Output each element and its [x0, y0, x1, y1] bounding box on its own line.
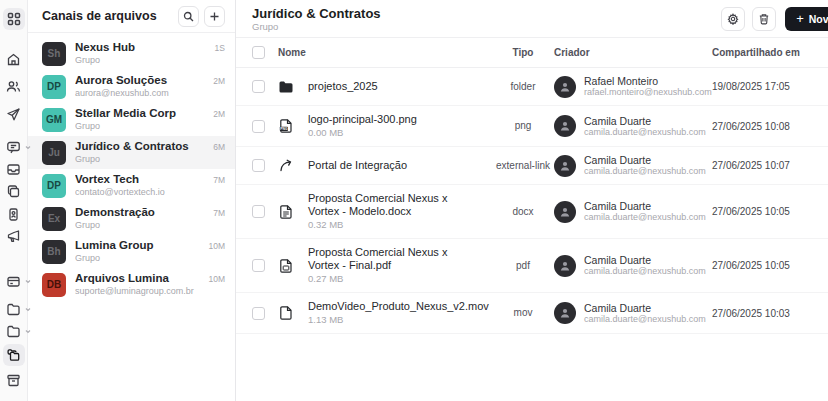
channel-item-stellar-media[interactable]: GM Stellar Media CorpGrupo 2M: [28, 103, 235, 136]
channel-item-vortex-tech[interactable]: DP Vortex Techcontato@vortextech.io 7M: [28, 169, 235, 202]
table-row[interactable]: DemoVideo_Produto_Nexus_v2.mov 1.13 MB m…: [236, 293, 828, 334]
row-menu-button[interactable]: •••: [808, 161, 828, 171]
creator-cell: Camila Duartecamila.duarte@nexushub.com: [554, 115, 712, 138]
apps-grid-icon[interactable]: [3, 8, 25, 30]
svg-text:PNG: PNG: [280, 127, 288, 131]
settings-button[interactable]: [721, 7, 745, 31]
wallet-card-icon[interactable]: [3, 270, 25, 292]
file-name: logo-principal-300.png: [308, 113, 478, 126]
shared-date: 27/06/2025 10:08: [712, 121, 808, 132]
shared-date: 27/06/2025 10:03: [712, 308, 808, 319]
shared-date: 27/06/2025 10:07: [712, 160, 808, 171]
channel-time-badge: 6M: [207, 142, 225, 152]
pdf-file-icon: [278, 258, 308, 274]
channel-time-badge: 7M: [207, 208, 225, 218]
channel-avatar: Ju: [42, 141, 66, 165]
creator-email: camila.duarte@nexushub.com: [584, 314, 706, 325]
creator-avatar-icon: [554, 255, 576, 277]
row-menu-button[interactable]: •••: [808, 207, 828, 217]
file-type: mov: [492, 307, 554, 319]
megaphone-icon[interactable]: [3, 225, 25, 247]
chat-icon[interactable]: [3, 136, 25, 158]
row-checkbox[interactable]: [252, 120, 265, 133]
row-menu-button[interactable]: •••: [808, 308, 828, 318]
new-item-button-label: Novo: [809, 13, 828, 25]
channel-time-badge: 10M: [202, 241, 225, 251]
folder-2-icon[interactable]: [3, 320, 25, 342]
select-all-checkbox[interactable]: [252, 46, 265, 59]
creator-name: Camila Duarte: [584, 154, 706, 166]
add-channel-button[interactable]: [204, 6, 225, 27]
table-row[interactable]: Proposta Comercial Nexus x Vortex - Fina…: [236, 239, 828, 293]
channel-item-aurora-solucoes[interactable]: DP Aurora Soluçõesaurora@nexushub.com 2M: [28, 70, 235, 103]
mov-file-icon: [278, 305, 308, 321]
creator-name: Camila Duarte: [584, 254, 706, 266]
id-badge-icon[interactable]: [3, 203, 25, 225]
row-checkbox[interactable]: [252, 259, 265, 272]
row-menu-button[interactable]: •••: [808, 82, 828, 92]
page-subtitle: Grupo: [252, 21, 714, 32]
channel-avatar: Ex: [42, 207, 66, 231]
shared-date: 27/06/2025 10:05: [712, 260, 808, 271]
file-type: docx: [492, 206, 554, 218]
file-name: DemoVideo_Produto_Nexus_v2.mov: [308, 300, 478, 313]
search-channels-button[interactable]: [178, 6, 199, 27]
creator-email: camila.duarte@nexushub.com: [584, 127, 706, 138]
channel-subtitle: Grupo: [75, 253, 202, 264]
folder-icon[interactable]: [3, 298, 25, 320]
creator-cell: Camila Duartecamila.duarte@nexushub.com: [554, 154, 712, 177]
row-menu-button[interactable]: •••: [808, 261, 828, 271]
column-header-tipo: Tipo: [492, 47, 554, 58]
row-checkbox[interactable]: [252, 307, 265, 320]
file-name: projetos_2025: [308, 80, 478, 93]
file-size: 0.32 MB: [308, 219, 478, 231]
delete-button[interactable]: [752, 7, 776, 31]
creator-avatar-icon: [554, 76, 576, 98]
channel-avatar: GM: [42, 108, 66, 132]
table-header: Nome Tipo Criador Compartilhado em: [236, 38, 828, 68]
shared-date: 19/08/2025 17:05: [712, 81, 808, 92]
channel-subtitle: Grupo: [75, 154, 207, 165]
channel-item-demonstracao[interactable]: Ex DemonstraçãoGrupo 7M: [28, 202, 235, 235]
channel-item-juridico-contratos[interactable]: Ju Jurídico & ContratosGrupo 6M: [28, 136, 235, 169]
inbox-icon[interactable]: [3, 158, 25, 180]
creator-cell: Camila Duartecamila.duarte@nexushub.com: [554, 254, 712, 277]
channel-item-lumina-group[interactable]: Bh Lumina GroupGrupo 10M: [28, 235, 235, 268]
send-icon[interactable]: [3, 103, 25, 125]
trash-icon: [758, 13, 770, 25]
channel-item-arquivos-lumina[interactable]: DB Arquivos Luminasuporte@luminagroup.co…: [28, 268, 235, 301]
channel-name: Stellar Media Corp: [75, 107, 207, 120]
table-row[interactable]: Portal de Integração external-link Camil…: [236, 147, 828, 185]
channel-time-badge: 2M: [207, 109, 225, 119]
channel-name: Nexus Hub: [75, 41, 209, 54]
creator-avatar-icon: [554, 201, 576, 223]
file-type: folder: [492, 81, 554, 93]
channel-item-nexus-hub[interactable]: Sh Nexus HubGrupo 1S: [28, 37, 235, 70]
folder-icon: [278, 79, 308, 95]
users-icon[interactable]: [3, 75, 25, 97]
copy-pages-icon[interactable]: [3, 180, 25, 202]
new-item-button[interactable]: + Novo: [785, 7, 828, 31]
row-checkbox[interactable]: [252, 205, 265, 218]
plus-icon: [209, 11, 220, 22]
archive-icon[interactable]: [3, 369, 25, 391]
table-row[interactable]: PNG logo-principal-300.png 0.00 MB png C…: [236, 106, 828, 147]
creator-name: Camila Duarte: [584, 200, 706, 212]
channel-subtitle: suporte@luminagroup.com.br: [75, 286, 202, 297]
channel-name: Vortex Tech: [75, 173, 207, 186]
chevron-down-icon: [25, 306, 31, 312]
home-icon[interactable]: [3, 48, 25, 70]
creator-email: camila.duarte@nexushub.com: [584, 166, 706, 177]
chevron-down-icon: [25, 328, 31, 334]
table-row[interactable]: Proposta Comercial Nexus x Vortex - Mode…: [236, 185, 828, 239]
creator-name: Camila Duarte: [584, 302, 706, 314]
creator-email: rafael.monteiro@nexushub.com: [584, 87, 712, 98]
row-checkbox[interactable]: [252, 80, 265, 93]
table-row[interactable]: projetos_2025 folder Rafael Monteirorafa…: [236, 68, 828, 106]
channel-time-badge: 10M: [202, 274, 225, 284]
row-checkbox[interactable]: [252, 159, 265, 172]
row-menu-button[interactable]: •••: [808, 121, 828, 131]
creator-cell: Camila Duartecamila.duarte@nexushub.com: [554, 200, 712, 223]
channel-time-badge: 1S: [209, 43, 225, 53]
folders-icon[interactable]: [3, 344, 25, 366]
